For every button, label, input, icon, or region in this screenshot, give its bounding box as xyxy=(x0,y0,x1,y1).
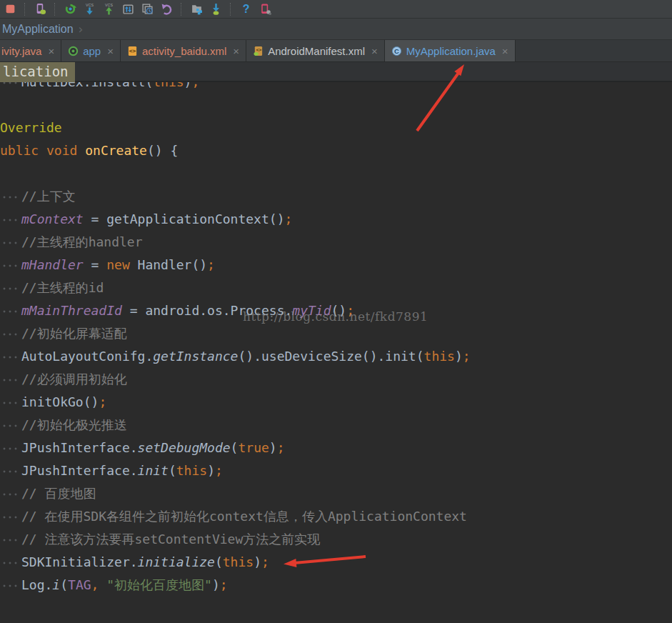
project-structure-icon[interactable] xyxy=(190,3,203,16)
code-line[interactable]: //上下文 xyxy=(0,185,672,208)
code-token: ( xyxy=(60,577,68,592)
code-token: TAG xyxy=(68,577,91,592)
code-line[interactable]: // 注意该方法要再setContentView方法之前实现 xyxy=(0,528,672,551)
code-line[interactable]: mContext = getApplicationContext(); xyxy=(0,208,672,231)
code-line[interactable]: // 百度地图 xyxy=(0,482,672,505)
code-token: // 在使用SDK各组件之前初始化context信息，传入Application… xyxy=(21,509,467,524)
code-token: Override xyxy=(0,120,62,135)
svg-text:?: ? xyxy=(242,3,249,15)
svg-text:C: C xyxy=(394,47,399,54)
close-tab-icon[interactable]: × xyxy=(107,46,114,56)
svg-text:VCS: VCS xyxy=(105,3,113,7)
run-device-icon[interactable] xyxy=(34,3,46,16)
indent-whitespace-dots xyxy=(0,219,20,221)
code-token: //必须调用初始化 xyxy=(21,372,127,387)
code-token: ) xyxy=(212,577,220,592)
code-token: ; xyxy=(99,394,106,409)
tab-activity-baidu-xml[interactable]: <>activity_baidu.xml× xyxy=(121,40,246,61)
code-token: // 注意该方法要再setContentView方法之前实现 xyxy=(21,532,320,547)
tab-androidmanifest-xml[interactable]: <>AndroidManifest.xml× xyxy=(246,40,385,61)
tab-label: ivity.java xyxy=(1,45,41,57)
vcs-commit-icon[interactable]: VCS xyxy=(102,3,115,16)
code-line[interactable] xyxy=(0,162,672,185)
gradle-sync-icon[interactable] xyxy=(64,3,76,16)
undo-icon[interactable] xyxy=(160,3,173,16)
breadcrumb-item-myapplication[interactable]: MyApplication xyxy=(2,23,74,36)
tab-ivity-java[interactable]: ivity.java× xyxy=(0,40,61,61)
vcs-update-icon[interactable]: VCS xyxy=(83,3,96,16)
help-icon[interactable]: ? xyxy=(239,3,252,16)
android-studio-window: VCSVCS? MyApplication › ivity.java×app×<… xyxy=(0,0,672,623)
tab-label: activity_baidu.xml xyxy=(142,45,226,57)
navigation-bar: MyApplication › xyxy=(0,19,672,40)
close-tab-icon[interactable]: × xyxy=(48,46,54,56)
code-line[interactable]: AutoLayoutConifg.getInstance().useDevice… xyxy=(0,345,672,368)
code-token: getInstance xyxy=(153,349,238,364)
stop-icon[interactable] xyxy=(4,3,16,16)
code-line[interactable]: ublic void onCreate() { xyxy=(0,139,672,162)
code-line[interactable]: //初始化屏幕适配 xyxy=(0,322,672,345)
code-token: ( xyxy=(231,440,239,455)
local-history-icon[interactable] xyxy=(141,3,154,16)
code-token: ; xyxy=(277,440,285,455)
indent-whitespace-dots xyxy=(0,287,20,290)
indent-whitespace-dots xyxy=(0,470,20,473)
code-token: , xyxy=(91,577,107,592)
code-token: setDebugMode xyxy=(138,440,231,455)
code-token: ; xyxy=(261,554,269,569)
code-line[interactable]: JPushInterface.setDebugMode(true); xyxy=(0,437,672,459)
code-line[interactable]: Override xyxy=(0,116,672,139)
code-token: init xyxy=(138,463,169,478)
code-line[interactable]: //主线程的handler xyxy=(0,231,672,254)
search-match-popup: lication xyxy=(0,61,75,82)
code-token: ; xyxy=(215,463,223,478)
code-line[interactable]: //必须调用初始化 xyxy=(0,368,672,391)
code-token: mHandler xyxy=(21,257,84,272)
tab-label: app xyxy=(83,45,101,57)
code-token: mContext xyxy=(21,211,84,226)
gradle-icon xyxy=(68,46,79,56)
tab-label: MyApplication.java xyxy=(406,45,496,57)
svg-text:<>: <> xyxy=(129,48,136,54)
indent-whitespace-dots xyxy=(0,241,20,244)
code-token: ; xyxy=(463,349,471,364)
code-line[interactable]: JPushInterface.init(this); xyxy=(0,459,672,482)
code-editor[interactable]: MultiDex.install(this);Overrideublic voi… xyxy=(0,61,672,623)
code-token: ) xyxy=(254,554,261,569)
code-line[interactable]: SDKInitializer.initialize(this); xyxy=(0,551,672,574)
code-token: new xyxy=(106,257,130,272)
indent-whitespace-dots xyxy=(0,333,20,336)
class-icon: C xyxy=(391,46,402,56)
code-token: mMainThreadId xyxy=(21,303,122,318)
close-tab-icon[interactable]: × xyxy=(502,46,508,56)
code-token: this xyxy=(424,349,455,364)
sdk-manager-icon[interactable] xyxy=(209,3,222,16)
code-token: JPushInterface. xyxy=(21,463,138,478)
code-token: Handler() xyxy=(130,257,207,272)
code-line[interactable]: //初始化极光推送 xyxy=(0,414,672,437)
close-tab-icon[interactable]: × xyxy=(233,46,239,56)
code-line[interactable]: //主线程的id xyxy=(0,276,672,299)
code-token: //上下文 xyxy=(21,189,76,204)
tab-myapplication-java[interactable]: CMyApplication.java× xyxy=(385,40,516,61)
compare-icon[interactable] xyxy=(121,3,134,16)
code-line[interactable]: mHandler = new Handler(); xyxy=(0,254,672,276)
code-token: ().useDeviceSize().init( xyxy=(238,349,423,364)
close-tab-icon[interactable]: × xyxy=(371,46,378,56)
code-line[interactable]: initOkGo(); xyxy=(0,391,672,414)
code-line[interactable] xyxy=(0,94,672,116)
code-line[interactable]: // 在使用SDK各组件之前初始化context信息，传入Application… xyxy=(0,505,672,528)
code-token: //初始化极光推送 xyxy=(21,417,127,432)
code-token: // 百度地图 xyxy=(21,486,96,501)
code-line[interactable]: Log.i(TAG, "初始化百度地图"); xyxy=(0,574,672,597)
code-token: this xyxy=(223,554,254,569)
code-token: i xyxy=(52,577,60,592)
code-token: () { xyxy=(147,143,178,158)
indent-whitespace-dots xyxy=(0,379,20,382)
avd-manager-icon[interactable] xyxy=(259,3,271,16)
code-token: ) xyxy=(207,463,215,478)
tab-app[interactable]: app× xyxy=(61,40,121,61)
indent-whitespace-dots xyxy=(0,356,20,359)
svg-text:VCS: VCS xyxy=(86,3,94,7)
code-token: //主线程的id xyxy=(21,280,104,295)
